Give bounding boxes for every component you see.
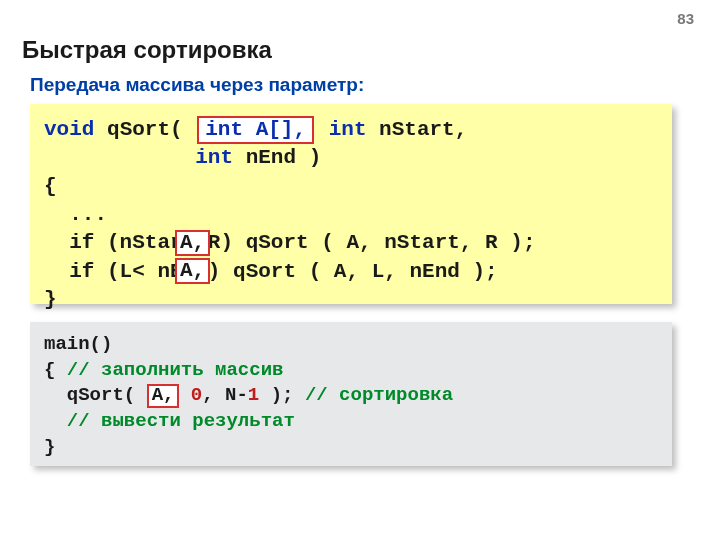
kw-int2: int bbox=[195, 146, 233, 169]
param-nend: nEnd ) bbox=[233, 146, 321, 169]
dots: ... bbox=[44, 203, 107, 226]
brace-open: { bbox=[44, 175, 57, 198]
call-pre: qSort( bbox=[44, 384, 147, 406]
highlight-param-decl: int A[], bbox=[197, 116, 314, 144]
lit-one: 1 bbox=[248, 384, 259, 406]
page-subtitle: Передача массива через параметр: bbox=[30, 74, 364, 96]
brace-close: } bbox=[44, 288, 57, 311]
lit-zero: 0 bbox=[179, 384, 202, 406]
code-block-main: main() { // заполнить массив qSort( A, 0… bbox=[30, 322, 672, 466]
kw-void: void bbox=[44, 118, 94, 141]
param-text: int A[], bbox=[205, 118, 306, 141]
if-line-1: if (nStart<R) qSort ( A, nStart, R ); bbox=[44, 231, 535, 254]
param-nstart: nStart, bbox=[367, 118, 468, 141]
comment-sort: // сортировка bbox=[305, 384, 453, 406]
call-end: ); bbox=[259, 384, 305, 406]
main-decl: main() bbox=[44, 333, 112, 355]
comment-out: // вывести результат bbox=[67, 410, 295, 432]
cm-out-pre bbox=[44, 410, 67, 432]
highlight-a-2: A, bbox=[175, 258, 210, 284]
brace-close-2: } bbox=[44, 436, 55, 458]
page-title: Быстрая сортировка bbox=[22, 36, 272, 64]
code-block-qsort: void qSort( int A[], int nStart, int nEn… bbox=[30, 104, 672, 304]
kw-int1: int bbox=[316, 118, 366, 141]
brace-open-2: { bbox=[44, 359, 67, 381]
highlight-a-1: A, bbox=[175, 230, 210, 256]
indent bbox=[44, 146, 195, 169]
page-number: 83 bbox=[677, 10, 694, 27]
highlight-a-3: A, bbox=[147, 384, 180, 408]
fn-name: qSort( bbox=[94, 118, 195, 141]
if-line-2: if (L< nEnd) qSort ( A, L, nEnd ); bbox=[44, 260, 498, 283]
call-mid: , N- bbox=[202, 384, 248, 406]
comment-fill: // заполнить массив bbox=[67, 359, 284, 381]
